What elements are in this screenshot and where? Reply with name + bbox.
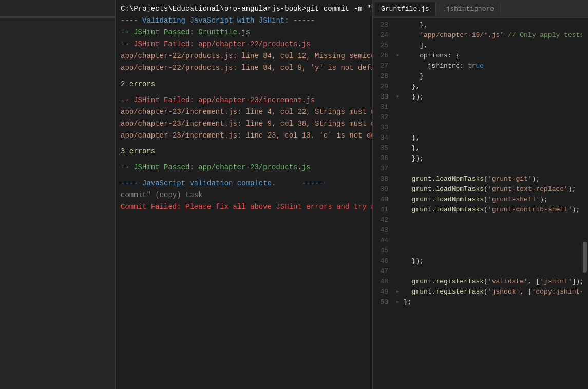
terminal-line: 2 errors [121,79,367,90]
editor-line: 50▸}; [373,297,588,307]
terminal-line: app/chapter-23/increment.js: line 4, col… [121,106,367,118]
line-number: 27 [373,61,393,71]
editor-line: 36 }); [373,153,588,164]
editor-content: 23 },24 'app/chapter-19/*.js' // Only ap… [373,18,588,389]
line-code: }); [402,92,588,102]
editor-line: 31 [373,102,588,112]
editor-scrollbar[interactable] [582,18,588,389]
terminal-blank-line [121,74,367,79]
editor-line: 26▾ options: { [373,51,588,61]
line-number: 42 [373,215,393,225]
terminal-panel[interactable]: C:\Projects\Educational\pro-angularjs-bo… [116,0,372,389]
editor-line: 47 [373,266,588,277]
line-number: 34 [373,133,393,143]
line-code: }, [402,133,588,143]
line-code: }, [402,143,588,153]
editor-line: 32 [373,112,588,123]
editor-line: 45 [373,246,588,256]
editor-line: 24 'app/chapter-19/*.js' // Only apply t… [373,30,588,41]
line-code: grunt.registerTask('jshook', ['copy:jshi… [402,287,588,297]
line-number: 26 [373,51,393,61]
terminal-line: app/chapter-22/products.js: line 84, col… [121,50,367,62]
line-code: }); [402,153,588,164]
line-code: grunt.loadNpmTasks('grunt-shell'); [402,194,588,205]
line-code: } [402,71,588,82]
line-code: options: { [402,51,588,61]
line-number: 30 [373,92,393,102]
editor-line: 40 grunt.loadNpmTasks('grunt-shell'); [373,194,588,205]
terminal-line: commit" (copy) task [121,189,367,201]
line-number: 43 [373,225,393,236]
line-number: 25 [373,41,393,51]
line-expand-icon[interactable]: ▾ [393,92,402,102]
line-number: 47 [373,266,393,277]
editor-line: 29 }, [373,82,588,92]
editor-tab[interactable]: Gruntfile.js [375,2,436,16]
line-code: 'app/chapter-19/*.js' // Only apply test… [402,30,588,41]
editor-line: 25 ], [373,41,588,51]
line-number: 32 [373,112,393,123]
terminal-line: ---- Validating JavaScript with JSHint: … [121,15,367,27]
line-expand-icon[interactable]: ▾ [393,51,402,61]
editor-line: 41 grunt.loadNpmTasks('grunt-contrib-she… [373,205,588,215]
line-number: 48 [373,277,393,287]
line-number: 33 [373,123,393,133]
editor-line: 35 }, [373,143,588,153]
editor-line: 39 grunt.loadNpmTasks('grunt-text-replac… [373,184,588,194]
editor-line: 46 }); [373,256,588,266]
line-code: }, [402,20,588,30]
editor-line: 38 grunt.loadNpmTasks('grunt-git'); [373,174,588,184]
line-number: 50 [373,297,393,307]
editor-tab[interactable]: .jshintignore [436,2,501,16]
editor-line: 33 [373,123,588,133]
line-number: 45 [373,246,393,256]
terminal-line: app/chapter-23/increment.js: line 9, col… [121,118,367,130]
line-expand-icon[interactable]: ▸ [393,297,402,307]
terminal-line: -- JSHint Failed: app/chapter-22/product… [121,38,367,50]
line-number: 28 [373,71,393,82]
scrollbar-thumb[interactable] [583,242,587,273]
terminal-blank-line [121,142,367,146]
line-number: 38 [373,174,393,184]
line-number: 41 [373,205,393,215]
editor-line: 27 jshintrc: true [373,61,588,71]
line-expand-icon[interactable]: ▸ [393,287,402,297]
terminal-line: app/chapter-22/products.js: line 84, col… [121,62,367,74]
line-number: 44 [373,236,393,246]
line-code: grunt.loadNpmTasks('grunt-git'); [402,174,588,184]
line-number: 46 [373,256,393,266]
editor-line: 49▸ grunt.registerTask('jshook', ['copy:… [373,287,588,297]
line-number: 36 [373,153,393,164]
line-number: 31 [373,102,393,112]
editor-line: 42 [373,215,588,225]
terminal-line: app/chapter-23/increment.js: line 23, co… [121,130,367,142]
editor-line: 48 grunt.registerTask('validate', ['jshi… [373,277,588,287]
terminal-blank-line [121,173,367,178]
line-number: 24 [373,30,393,41]
terminal-line: 3 errors [121,146,367,158]
terminal-line: ---- JavaScript validation complete. ---… [121,178,367,189]
line-number: 49 [373,287,393,297]
line-number: 39 [373,184,393,194]
line-code: jshintrc: true [402,61,588,71]
terminal-line: -- JSHint Failed: app/chapter-23/increme… [121,94,367,106]
editor-panel: Gruntfile.js.jshintignore 23 },24 'app/c… [372,0,588,389]
editor-line: 43 [373,225,588,236]
line-number: 35 [373,143,393,153]
line-code: }; [402,297,588,307]
terminal-line: Commit Failed: Please fix all above JSHi… [121,201,367,213]
terminal-blank-line [121,90,367,94]
line-code: }); [402,256,588,266]
line-number: 23 [373,20,393,30]
line-code: grunt.loadNpmTasks('grunt-text-replace')… [402,184,588,194]
line-code: }, [402,82,588,92]
terminal-line: -- JSHint Passed: app/chapter-23/product… [121,162,367,173]
line-code: grunt.registerTask('validate', ['jshint'… [402,277,588,287]
line-number: 29 [373,82,393,92]
editor-line: 34 }, [373,133,588,143]
editor-line: 23 }, [373,20,588,30]
main-area: C:\Projects\Educational\pro-angularjs-bo… [116,0,588,389]
file-item-8[interactable] [0,21,115,23]
editor-tabs: Gruntfile.js.jshintignore [373,0,588,18]
editor-line: 37 [373,164,588,174]
